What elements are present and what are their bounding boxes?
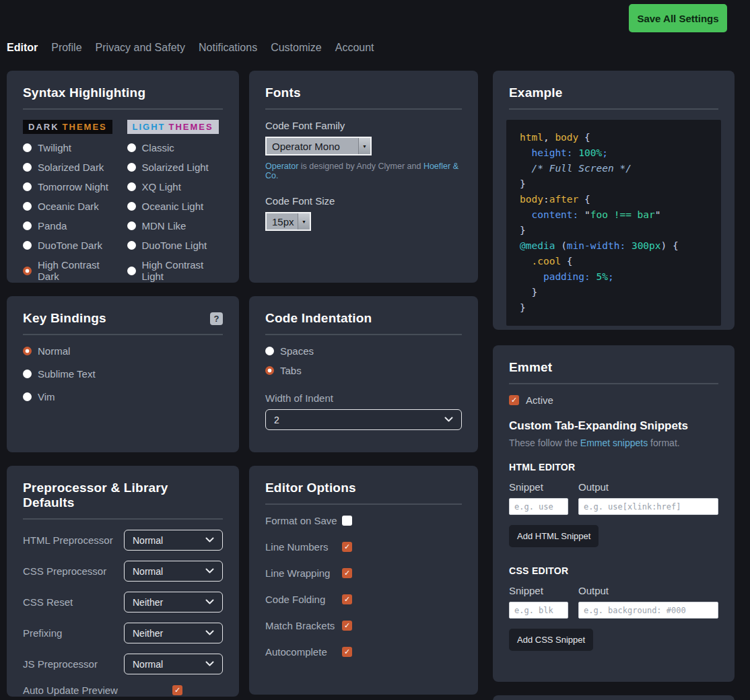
light-themes-badge: LIGHTTHEMES bbox=[127, 120, 219, 134]
light-theme-option-xq-light[interactable]: XQ Light bbox=[127, 181, 224, 193]
light-theme-option-solarized-light[interactable]: Solarized Light bbox=[127, 162, 224, 173]
dark-theme-option-oceanic-dark[interactable]: Oceanic Dark bbox=[23, 201, 119, 212]
code-folding-checkbox[interactable]: ✓ bbox=[342, 594, 352, 604]
emmet-active-checkbox[interactable]: ✓ bbox=[509, 395, 519, 405]
js-preprocessor-select[interactable]: Normal bbox=[124, 654, 223, 674]
divider bbox=[23, 334, 223, 335]
code-token: height: bbox=[531, 147, 572, 158]
code-font-family-select[interactable]: Operator Mono ▼ bbox=[265, 137, 372, 155]
html-preprocessor-select[interactable]: Normal bbox=[124, 530, 223, 551]
dark-theme-option-high-contrast-dark[interactable]: High Contrast Dark bbox=[23, 259, 119, 282]
tab-profile[interactable]: Profile bbox=[51, 42, 81, 54]
css-output-input[interactable] bbox=[578, 602, 718, 619]
code-token bbox=[520, 256, 531, 267]
divider bbox=[265, 503, 462, 505]
save-all-settings-button[interactable]: Save All Settings bbox=[629, 4, 727, 32]
add-html-snippet-button[interactable]: Add HTML Snippet bbox=[509, 525, 599, 547]
light-theme-option-oceanic-light[interactable]: Oceanic Light bbox=[127, 201, 224, 212]
check-icon: ✓ bbox=[511, 396, 517, 404]
css-preprocessor-select[interactable]: Normal bbox=[124, 561, 223, 582]
indentation-option-spaces[interactable]: Spaces bbox=[265, 345, 462, 357]
key-binding-option-normal[interactable]: Normal bbox=[23, 345, 223, 357]
light-theme-option-label: MDN Like bbox=[142, 220, 186, 232]
radio-unselected bbox=[265, 347, 274, 355]
badge-text: LIGHT bbox=[133, 122, 166, 132]
code-token: .cool bbox=[531, 256, 561, 267]
code-line: } bbox=[520, 176, 716, 192]
format-on-save-checkbox[interactable] bbox=[342, 516, 352, 526]
width-of-indent-select[interactable]: 2 bbox=[265, 409, 462, 430]
line-wrapping-checkbox[interactable]: ✓ bbox=[342, 568, 352, 578]
operator-link[interactable]: Operator bbox=[265, 162, 298, 171]
code-token: 100% bbox=[578, 147, 602, 158]
dark-theme-option-solarized-dark[interactable]: Solarized Dark bbox=[23, 162, 119, 173]
prefixing-select[interactable]: Neither bbox=[124, 623, 223, 643]
match-brackets-checkbox[interactable]: ✓ bbox=[342, 621, 352, 631]
format-on-save-label: Format on Save bbox=[265, 515, 342, 526]
dark-theme-option-tomorrow-night[interactable]: Tomorrow Night bbox=[23, 181, 119, 193]
divider bbox=[23, 518, 223, 520]
tab-customize[interactable]: Customize bbox=[271, 42, 322, 54]
code-token: foo !== bar bbox=[590, 209, 655, 220]
code-folding-label: Code Folding bbox=[265, 594, 342, 605]
css-preprocessor-value: Normal bbox=[133, 566, 163, 577]
match-brackets-label: Match Brackets bbox=[265, 620, 342, 631]
code-token: ; bbox=[602, 147, 608, 158]
html-snippet-input[interactable] bbox=[509, 498, 568, 515]
light-theme-option-high-contrast-light[interactable]: High Contrast Light bbox=[127, 259, 224, 282]
divider bbox=[509, 383, 718, 384]
code-folding-row[interactable]: Code Folding✓ bbox=[265, 594, 462, 605]
light-theme-option-classic[interactable]: Classic bbox=[127, 142, 224, 153]
divider bbox=[265, 108, 462, 110]
add-css-snippet-button[interactable]: Add CSS Snippet bbox=[509, 629, 593, 651]
badge-text: DARK bbox=[28, 122, 59, 132]
css-snippet-input[interactable] bbox=[509, 602, 568, 619]
light-theme-option-label: XQ Light bbox=[142, 181, 181, 193]
help-icon[interactable]: ? bbox=[210, 312, 223, 325]
key-binding-option-vim[interactable]: Vim bbox=[23, 391, 223, 403]
fonts-card: Fonts Code Font Family Operator Mono ▼ O… bbox=[249, 71, 478, 283]
auto-update-preview-row[interactable]: Auto Update Preview ✓ bbox=[23, 685, 223, 696]
light-theme-option-label: High Contrast Light bbox=[142, 259, 224, 282]
code-font-size-select[interactable]: 15px ▼ bbox=[265, 212, 311, 231]
light-theme-option-label: Oceanic Light bbox=[142, 201, 204, 212]
css-reset-select[interactable]: Neither bbox=[124, 592, 223, 612]
tab-notifications[interactable]: Notifications bbox=[199, 42, 257, 54]
tab-editor[interactable]: Editor bbox=[7, 42, 38, 54]
code-token bbox=[520, 271, 543, 282]
snippets-heading: Custom Tab-Expanding Snippets bbox=[509, 419, 718, 433]
light-theme-option-mdn-like[interactable]: MDN Like bbox=[127, 220, 224, 232]
snippet-output-labels: SnippetOutput bbox=[509, 585, 718, 596]
line-wrapping-row[interactable]: Line Wrapping✓ bbox=[265, 567, 462, 579]
key-binding-option-label: Vim bbox=[38, 391, 55, 403]
chevron-down-icon bbox=[205, 599, 214, 605]
key-binding-option-sublime-text[interactable]: Sublime Text bbox=[23, 368, 223, 380]
match-brackets-row[interactable]: Match Brackets✓ bbox=[265, 620, 462, 631]
indentation-option-tabs[interactable]: Tabs bbox=[265, 365, 462, 376]
format-on-save-row[interactable]: Format on Save bbox=[265, 515, 462, 526]
emmet-active-row[interactable]: ✓ Active bbox=[509, 394, 718, 406]
chevron-down-icon bbox=[205, 537, 214, 543]
column-3: Example html, body { height: 100%; /* Fu… bbox=[493, 71, 735, 700]
dark-theme-option-twilight[interactable]: Twilight bbox=[23, 142, 119, 153]
tab-account[interactable]: Account bbox=[335, 42, 374, 54]
line-numbers-row[interactable]: Line Numbers✓ bbox=[265, 541, 462, 553]
check-icon: ✓ bbox=[344, 622, 350, 629]
light-theme-option-duotone-light[interactable]: DuoTone Light bbox=[127, 240, 224, 251]
prefixing-row: PrefixingNeither bbox=[23, 623, 223, 643]
dark-theme-option-duotone-dark[interactable]: DuoTone Dark bbox=[23, 240, 119, 251]
auto-update-preview-checkbox[interactable]: ✓ bbox=[172, 685, 182, 695]
emmet-snippets-link[interactable]: Emmet snippets bbox=[580, 438, 648, 448]
dark-theme-option-panda[interactable]: Panda bbox=[23, 220, 119, 232]
tab-privacy-and-safety[interactable]: Privacy and Safety bbox=[96, 42, 185, 54]
code-token: html bbox=[520, 132, 543, 143]
html-output-input[interactable] bbox=[578, 498, 718, 515]
dark-theme-option-label: Twilight bbox=[38, 142, 71, 153]
code-token: : bbox=[543, 194, 549, 205]
autocomplete-row[interactable]: Autocomplete✓ bbox=[265, 646, 462, 658]
light-theme-option-label: DuoTone Light bbox=[142, 240, 207, 251]
check-icon: ✓ bbox=[344, 543, 350, 551]
autocomplete-checkbox[interactable]: ✓ bbox=[342, 647, 352, 657]
line-numbers-checkbox[interactable]: ✓ bbox=[342, 542, 352, 552]
snippets-note-text: format. bbox=[648, 438, 679, 448]
